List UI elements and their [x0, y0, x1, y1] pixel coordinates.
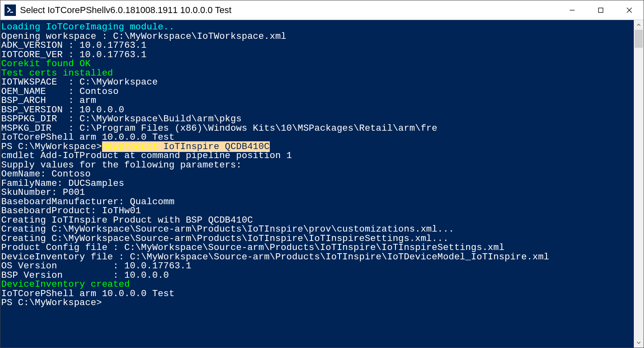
- maximize-button[interactable]: [586, 0, 615, 20]
- terminal-line: PS C:\MyWorkspace>newproduct IoTInspire …: [1, 142, 633, 152]
- window-controls: [558, 0, 644, 20]
- terminal-line: BSP_VERSION : 10.0.0.0: [1, 105, 633, 115]
- terminal-line: Test certs installed: [1, 69, 633, 78]
- terminal-output[interactable]: Loading IoTCoreImaging module..Opening w…: [0, 20, 634, 348]
- terminal-line: BSP Version : 10.0.0.0: [1, 271, 633, 280]
- terminal-line: Opening workspace : C:\MyWorkspace\IoTWo…: [1, 32, 633, 41]
- terminal-line: SkuNumber: P001: [1, 188, 633, 197]
- terminal-line: BaseboardProduct: IoTHw01: [1, 206, 633, 216]
- terminal-line: MSPKG_DIR : C:\Program Files (x86)\Windo…: [1, 124, 633, 133]
- close-button[interactable]: [615, 0, 644, 20]
- terminal-line: IoTCorePShell arm 10.0.0.0 Test: [1, 133, 633, 142]
- window-frame: Select IoTCorePShellv6.0.181008.1911 10.…: [0, 0, 644, 348]
- terminal-line: BSPPKG_DIR : C:\MyWorkspace\Build\arm\pk…: [1, 114, 633, 124]
- terminal-line: Product Config file : C:\MyWorkspace\Sou…: [1, 243, 633, 252]
- terminal-line: OS Version : 10.0.17763.1: [1, 261, 633, 271]
- terminal-line: IoTCorePShell arm 10.0.0.0 Test: [1, 289, 633, 299]
- terminal-line: ADK_VERSION : 10.0.17763.1: [1, 41, 633, 50]
- minimize-button[interactable]: [558, 0, 586, 20]
- terminal-line: OemName: Contoso: [1, 170, 633, 179]
- terminal-line: DeviceInventory created: [1, 280, 633, 289]
- vertical-scrollbar[interactable]: [634, 20, 644, 348]
- terminal-line: BaseboardManufacturer: Qualcomm: [1, 197, 633, 207]
- terminal-line: IOTWKSPACE : C:\MyWorkspace: [1, 78, 633, 87]
- terminal-line: Creating IoTInspire Product with BSP QCD…: [1, 216, 633, 225]
- scroll-up-arrow-icon[interactable]: [634, 20, 644, 30]
- terminal-line: DeviceInventory file : C:\MyWorkspace\So…: [1, 252, 633, 262]
- titlebar[interactable]: Select IoTCorePShellv6.0.181008.1911 10.…: [0, 0, 644, 20]
- content-area: Loading IoTCoreImaging module..Opening w…: [0, 20, 644, 348]
- terminal-line: Supply values for the following paramete…: [1, 161, 633, 170]
- scroll-thumb[interactable]: [635, 30, 643, 48]
- terminal-line: Corekit found OK: [1, 59, 633, 69]
- terminal-line: OEM_NAME : Contoso: [1, 87, 633, 96]
- window-title: Select IoTCorePShellv6.0.181008.1911 10.…: [20, 5, 558, 16]
- scroll-down-arrow-icon[interactable]: [634, 338, 644, 348]
- terminal-line: cmdlet Add-IoTProduct at command pipelin…: [1, 151, 633, 161]
- terminal-line: Creating C:\MyWorkspace\Source-arm\Produ…: [1, 234, 633, 243]
- terminal-line: FamilyName: DUCSamples: [1, 179, 633, 188]
- terminal-line: Creating C:\MyWorkspace\Source-arm\Produ…: [1, 225, 633, 234]
- svg-rect-2: [599, 8, 603, 12]
- terminal-line: BSP_ARCH : arm: [1, 96, 633, 105]
- powershell-icon: [4, 4, 16, 16]
- terminal-line: IOTCORE_VER : 10.0.17763.1: [1, 50, 633, 60]
- scroll-track[interactable]: [634, 30, 644, 338]
- terminal-line: PS C:\MyWorkspace>: [1, 298, 633, 308]
- terminal-line: Loading IoTCoreImaging module..: [1, 22, 633, 32]
